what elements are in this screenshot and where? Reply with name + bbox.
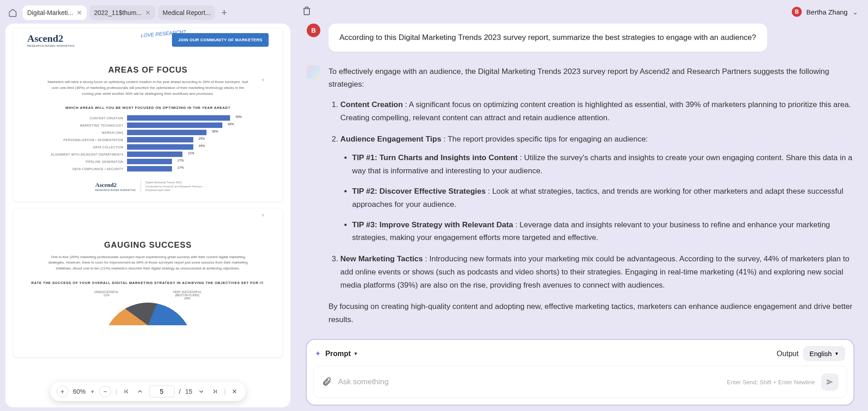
chevron-down-icon: ▼ <box>834 351 839 356</box>
page-sep: / <box>179 388 181 395</box>
footer-logo: Ascend2 <box>95 181 136 189</box>
ask-input[interactable] <box>338 377 721 387</box>
bar-row: MARKETING TECHNOLOGY36% <box>50 122 246 128</box>
bar: 21% <box>127 152 182 157</box>
home-icon[interactable] <box>5 5 20 20</box>
document-viewer[interactable]: LOVE RESEARCH? Ascend2 RESEARCH-BASED MA… <box>5 24 290 407</box>
tip-item: TIP #3: Improve Strategy with Relevant D… <box>352 219 853 245</box>
bar-label: DATA COLLECTION <box>50 146 127 149</box>
bar-label: DATA COMPLIANCE / SECURITY <box>50 167 127 171</box>
viewer-toolbar: + 60% ▼ − | / 15 | ✕ <box>50 382 246 401</box>
footer-line: Digital Marketing Trends 2023 <box>146 181 202 184</box>
attach-icon[interactable] <box>322 376 332 388</box>
bar-label: WORKFLOWS <box>50 131 127 134</box>
bar-value: 36% <box>228 122 234 126</box>
prev-page-icon[interactable] <box>135 387 144 396</box>
tip-item: TIP #2: Discover Effective Strategies : … <box>352 185 853 211</box>
close-icon[interactable]: ✕ <box>145 9 151 16</box>
section-title: AREAS OF FOCUS <box>27 65 269 75</box>
list-item: Audience Engagement Tips : The report pr… <box>340 133 853 245</box>
footer-line: Published April 2023 <box>146 188 202 192</box>
bar-row: ALIGNMENT WITH ADJACENT DEPARTMENTS21% <box>50 152 246 157</box>
user-message: B According to this Digital Marketing Tr… <box>307 24 853 52</box>
bar-value: 25% <box>199 144 205 147</box>
language-dropdown[interactable]: English ▼ <box>803 346 845 361</box>
tab-label: Digital-Marketi... <box>27 9 73 16</box>
add-tab-button[interactable]: + <box>218 6 230 19</box>
first-page-icon[interactable] <box>122 387 131 396</box>
right-panel: B Bertha Zhang ⌄ B According to this Dig… <box>290 0 868 411</box>
avatar: B <box>307 24 320 37</box>
section-title: GAUGING SUCCESS <box>27 240 269 250</box>
bar-row: DATA COMPLIANCE / SECURITY17% <box>50 166 246 171</box>
bar-row: WORKFLOWS30% <box>50 130 246 135</box>
tab-label: Medical Report... <box>162 9 211 16</box>
input-hint: Enter Send; Shift + Enter Newline <box>727 379 815 386</box>
list-item: New Marketing Tactics : Introducing new … <box>340 253 853 292</box>
bar-value: 39% <box>235 115 242 118</box>
item-bold: New Marketing Tactics <box>340 254 423 263</box>
ai-outro: By focusing on creating high-quality con… <box>329 300 853 327</box>
user-name: Bertha Zhang <box>806 8 848 16</box>
user-menu[interactable]: B Bertha Zhang ⌄ <box>792 7 858 17</box>
bar-label: CONTENT CREATION <box>50 117 127 120</box>
bar-label: ALIGNMENT WITH ADJACENT DEPARTMENTS <box>50 153 127 156</box>
bar-row: PERSONALIZATION / SEGMENTATION25% <box>50 137 246 142</box>
close-viewer-icon[interactable]: ✕ <box>230 387 239 396</box>
bar: 25% <box>127 144 193 150</box>
doc-page-5: LOVE RESEARCH? Ascend2 RESEARCH-BASED MA… <box>14 28 282 201</box>
ai-avatar-icon <box>307 65 320 79</box>
input-dock: ✦ Prompt ▼ Output English ▼ Enter Send; … <box>306 339 854 406</box>
tip-bold: TIP #2: Discover Effective Strategies <box>352 187 486 196</box>
bar-value: 17% <box>177 166 184 169</box>
prompt-label: Prompt <box>325 350 351 358</box>
top-bar: B Bertha Zhang ⌄ <box>298 4 863 20</box>
zoom-out-button[interactable]: − <box>99 386 111 397</box>
bar-label: PERSONALIZATION / SEGMENTATION <box>50 138 127 142</box>
left-panel: Digital-Marketi... ✕ 2022_11$thum... ✕ M… <box>0 0 290 411</box>
chart-title: WHICH AREAS WILL YOU BE MOST FOCUSED ON … <box>27 106 269 110</box>
next-page-icon[interactable] <box>197 387 206 396</box>
chevron-down-icon[interactable]: ⌄ <box>852 8 858 16</box>
tab-digital-marketing[interactable]: Digital-Marketi... ✕ <box>23 5 87 20</box>
item-text: : A significant focus on optimizing cont… <box>340 100 851 122</box>
bar: 36% <box>127 122 222 128</box>
bar-value: 30% <box>212 130 218 133</box>
cta-button[interactable]: JOIN OUR COMMUNITY OF MARKETERS <box>172 33 269 47</box>
item-bold: Audience Engagement Tips <box>340 135 441 143</box>
ascend-logo: Ascend2 <box>27 33 75 44</box>
item-bold: Content Creation <box>340 100 403 109</box>
chevron-down-icon: ▼ <box>353 351 358 356</box>
tab-2022-thumb[interactable]: 2022_11$thum... ✕ <box>89 5 155 20</box>
donut-chart <box>103 303 193 348</box>
page-input[interactable] <box>149 386 174 397</box>
page-total: 15 <box>185 388 192 395</box>
close-icon[interactable]: ✕ <box>77 9 82 16</box>
tab-medical-report[interactable]: Medical Report... <box>158 5 215 20</box>
section-text: Marketers will have a strong focus on op… <box>45 79 250 97</box>
bar-label: PIPELINE GENERATION <box>50 160 127 163</box>
separator: | <box>224 388 226 395</box>
tab-label: 2022_11$thum... <box>94 9 142 16</box>
tip-item: TIP #1: Turn Charts and Insights into Co… <box>352 152 853 178</box>
zoom-in-button[interactable]: + <box>57 386 69 397</box>
send-button[interactable] <box>821 373 839 391</box>
doc-page-6: 6 GAUGING SUCCESS One-in-five (20%) mark… <box>14 209 282 357</box>
zoom-value: 60% <box>73 388 86 395</box>
tip-bold: TIP #3: Improve Strategy with Relevant D… <box>352 220 513 229</box>
footer-logo-sub: RESEARCH-BASED MARKETING <box>95 189 136 191</box>
item-text: : The report provides specific tips for … <box>441 135 648 143</box>
list-item: Content Creation : A significant focus o… <box>340 98 853 125</box>
last-page-icon[interactable] <box>211 387 220 396</box>
section-text: One-in-five (20%) marketing professional… <box>45 254 250 272</box>
lang-label: English <box>809 350 832 357</box>
ai-content: To effectively engage with an audience, … <box>329 65 853 334</box>
ascend-logo-sub: RESEARCH-BASED MARKETING <box>27 44 75 47</box>
bar: 39% <box>127 115 230 121</box>
bar-chart: CONTENT CREATION39%MARKETING TECHNOLOGY3… <box>50 115 246 171</box>
bar: 17% <box>127 159 172 164</box>
trash-icon[interactable] <box>302 6 311 17</box>
chevron-down-icon[interactable]: ▼ <box>90 389 95 394</box>
bar: 17% <box>127 166 172 171</box>
prompt-dropdown[interactable]: Prompt ▼ <box>325 350 358 358</box>
